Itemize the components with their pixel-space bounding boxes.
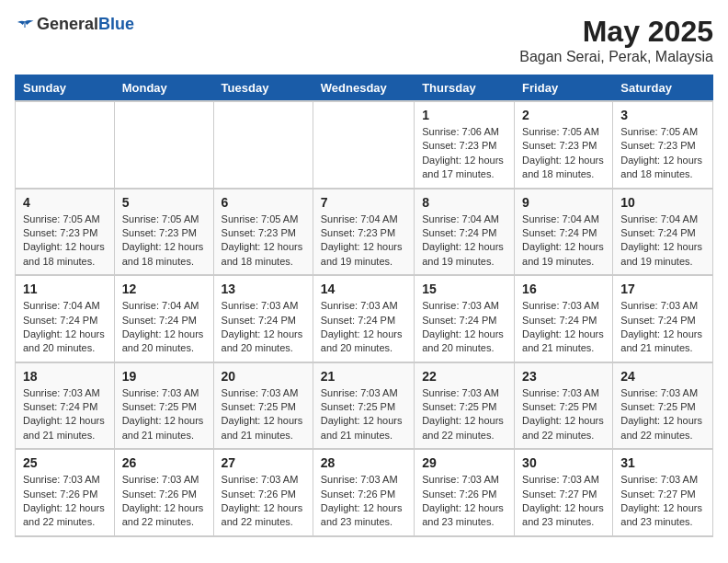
day-number: 1 [422,108,506,122]
day-number: 14 [321,282,406,296]
day-info: Sunrise: 7:03 AMSunset: 7:26 PMDaylight:… [23,473,107,530]
calendar-cell: 23Sunrise: 7:03 AMSunset: 7:25 PMDayligh… [515,362,613,450]
calendar-cell: 31Sunrise: 7:03 AMSunset: 7:27 PMDayligh… [613,449,713,536]
day-number: 20 [222,369,305,384]
day-number: 18 [23,369,107,384]
page-header: General Blue May 2025 Bagan Serai, Perak… [15,15,713,65]
logo: General Blue [15,15,134,34]
day-number: 17 [620,282,705,296]
header-friday: Friday [515,75,613,102]
day-number: 30 [522,455,605,470]
calendar-cell: 7Sunrise: 7:04 AMSunset: 7:23 PMDaylight… [313,189,414,276]
day-info: Sunrise: 7:03 AMSunset: 7:25 PMDaylight:… [522,386,605,443]
calendar-cell: 19Sunrise: 7:03 AMSunset: 7:25 PMDayligh… [114,362,213,450]
day-info: Sunrise: 7:04 AMSunset: 7:24 PMDaylight:… [23,299,107,356]
day-number: 10 [620,195,705,210]
day-number: 8 [422,195,506,210]
location: Bagan Serai, Perak, Malaysia [519,49,713,65]
weekday-header-row: Sunday Monday Tuesday Wednesday Thursday… [16,75,713,102]
day-number: 22 [422,369,506,384]
day-number: 3 [620,108,705,122]
calendar-cell: 5Sunrise: 7:05 AMSunset: 7:23 PMDaylight… [114,189,213,276]
calendar-cell: 8Sunrise: 7:04 AMSunset: 7:24 PMDaylight… [415,189,515,276]
calendar-cell [114,101,213,189]
calendar-cell: 26Sunrise: 7:03 AMSunset: 7:26 PMDayligh… [114,449,213,536]
day-info: Sunrise: 7:03 AMSunset: 7:25 PMDaylight:… [222,386,305,443]
header-wednesday: Wednesday [313,75,414,102]
day-number: 23 [522,369,605,384]
day-number: 31 [620,455,705,470]
header-saturday: Saturday [613,75,713,102]
calendar-cell: 9Sunrise: 7:04 AMSunset: 7:24 PMDaylight… [515,189,613,276]
calendar-cell: 20Sunrise: 7:03 AMSunset: 7:25 PMDayligh… [213,362,313,450]
day-info: Sunrise: 7:03 AMSunset: 7:24 PMDaylight:… [522,299,605,356]
day-number: 11 [23,282,107,296]
day-number: 26 [122,455,206,470]
calendar-cell: 13Sunrise: 7:03 AMSunset: 7:24 PMDayligh… [213,275,313,362]
calendar-cell: 30Sunrise: 7:03 AMSunset: 7:27 PMDayligh… [515,449,613,536]
calendar-cell: 11Sunrise: 7:04 AMSunset: 7:24 PMDayligh… [16,275,115,362]
day-info: Sunrise: 7:03 AMSunset: 7:24 PMDaylight:… [321,299,406,356]
day-info: Sunrise: 7:05 AMSunset: 7:23 PMDaylight:… [23,213,107,270]
day-info: Sunrise: 7:03 AMSunset: 7:25 PMDaylight:… [321,386,406,443]
day-number: 6 [222,195,305,210]
day-number: 25 [23,455,107,470]
day-info: Sunrise: 7:04 AMSunset: 7:23 PMDaylight:… [321,213,406,270]
header-tuesday: Tuesday [213,75,313,102]
week-row-2: 4Sunrise: 7:05 AMSunset: 7:23 PMDaylight… [16,189,713,276]
week-row-3: 11Sunrise: 7:04 AMSunset: 7:24 PMDayligh… [16,275,713,362]
calendar-cell: 3Sunrise: 7:05 AMSunset: 7:23 PMDaylight… [613,101,713,189]
day-info: Sunrise: 7:03 AMSunset: 7:27 PMDaylight:… [620,473,705,530]
calendar-cell: 2Sunrise: 7:05 AMSunset: 7:23 PMDaylight… [515,101,613,189]
day-number: 15 [422,282,506,296]
calendar-cell: 29Sunrise: 7:03 AMSunset: 7:26 PMDayligh… [415,449,515,536]
day-info: Sunrise: 7:03 AMSunset: 7:26 PMDaylight:… [122,473,206,530]
day-info: Sunrise: 7:03 AMSunset: 7:25 PMDaylight:… [620,386,705,443]
day-info: Sunrise: 7:03 AMSunset: 7:24 PMDaylight:… [23,386,107,443]
day-number: 16 [522,282,605,296]
calendar-cell: 21Sunrise: 7:03 AMSunset: 7:25 PMDayligh… [313,362,414,450]
day-info: Sunrise: 7:03 AMSunset: 7:26 PMDaylight:… [321,473,406,530]
day-number: 28 [321,455,406,470]
day-info: Sunrise: 7:04 AMSunset: 7:24 PMDaylight:… [122,299,206,356]
day-number: 29 [422,455,506,470]
day-info: Sunrise: 7:04 AMSunset: 7:24 PMDaylight:… [422,213,506,270]
calendar-cell: 25Sunrise: 7:03 AMSunset: 7:26 PMDayligh… [16,449,115,536]
day-number: 12 [122,282,206,296]
day-info: Sunrise: 7:03 AMSunset: 7:25 PMDaylight:… [422,386,506,443]
week-row-5: 25Sunrise: 7:03 AMSunset: 7:26 PMDayligh… [16,449,713,536]
calendar-cell: 18Sunrise: 7:03 AMSunset: 7:24 PMDayligh… [16,362,115,450]
day-number: 7 [321,195,406,210]
calendar-cell: 4Sunrise: 7:05 AMSunset: 7:23 PMDaylight… [16,189,115,276]
day-info: Sunrise: 7:05 AMSunset: 7:23 PMDaylight:… [522,125,605,182]
day-info: Sunrise: 7:03 AMSunset: 7:24 PMDaylight:… [422,299,506,356]
header-monday: Monday [114,75,213,102]
calendar-cell: 28Sunrise: 7:03 AMSunset: 7:26 PMDayligh… [313,449,414,536]
day-info: Sunrise: 7:04 AMSunset: 7:24 PMDaylight:… [522,213,605,270]
day-info: Sunrise: 7:06 AMSunset: 7:23 PMDaylight:… [422,125,506,182]
week-row-1: 1Sunrise: 7:06 AMSunset: 7:23 PMDaylight… [16,101,713,189]
logo-blue: Blue [98,15,134,34]
day-info: Sunrise: 7:04 AMSunset: 7:24 PMDaylight:… [620,213,705,270]
day-number: 19 [122,369,206,384]
calendar-cell: 1Sunrise: 7:06 AMSunset: 7:23 PMDaylight… [415,101,515,189]
day-info: Sunrise: 7:03 AMSunset: 7:25 PMDaylight:… [122,386,206,443]
month-title: May 2025 [519,15,713,49]
day-info: Sunrise: 7:03 AMSunset: 7:24 PMDaylight:… [222,299,305,356]
header-thursday: Thursday [415,75,515,102]
title-section: May 2025 Bagan Serai, Perak, Malaysia [519,15,713,65]
day-number: 24 [620,369,705,384]
week-row-4: 18Sunrise: 7:03 AMSunset: 7:24 PMDayligh… [16,362,713,450]
calendar-cell: 12Sunrise: 7:04 AMSunset: 7:24 PMDayligh… [114,275,213,362]
logo-general: General [37,15,98,34]
day-number: 13 [222,282,305,296]
day-info: Sunrise: 7:03 AMSunset: 7:26 PMDaylight:… [222,473,305,530]
day-number: 21 [321,369,406,384]
day-info: Sunrise: 7:03 AMSunset: 7:26 PMDaylight:… [422,473,506,530]
calendar-cell: 22Sunrise: 7:03 AMSunset: 7:25 PMDayligh… [415,362,515,450]
day-info: Sunrise: 7:03 AMSunset: 7:27 PMDaylight:… [522,473,605,530]
day-number: 9 [522,195,605,210]
calendar-cell: 14Sunrise: 7:03 AMSunset: 7:24 PMDayligh… [313,275,414,362]
calendar-cell: 27Sunrise: 7:03 AMSunset: 7:26 PMDayligh… [213,449,313,536]
calendar-cell: 6Sunrise: 7:05 AMSunset: 7:23 PMDaylight… [213,189,313,276]
